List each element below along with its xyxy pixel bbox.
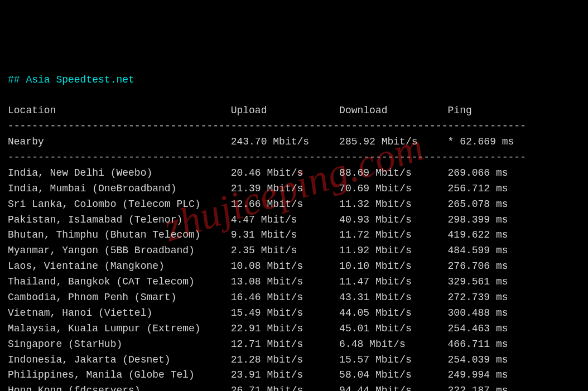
table-row: Malaysia, Kuala Lumpur (Extreme) 22.91 M… [8,323,508,334]
table-row: India, New Delhi (Weebo) 20.46 Mbit/s 88… [8,167,508,178]
table-row: Cambodia, Phnom Penh (Smart) 16.46 Mbit/… [8,292,508,303]
table-row: Myanmar, Yangon (5BB Broadband) 2.35 Mbi… [8,245,508,256]
column-header-row: Location Upload Download Ping [8,105,472,116]
table-row: Philippines, Manila (Globe Tel) 23.91 Mb… [8,369,508,380]
table-row: Singapore (StarHub) 12.71 Mbit/s 6.48 Mb… [8,339,508,350]
nearby-row: Nearby 243.70 Mbit/s 285.92 Mbit/s * 62.… [8,136,514,147]
table-row: Vietnam, Hanoi (Viettel) 15.49 Mbit/s 44… [8,307,508,318]
divider: ----------------------------------------… [8,120,526,132]
table-row: Thailand, Bangkok (CAT Telecom) 13.08 Mb… [8,276,508,287]
section-title: ## Asia Speedtest.net [8,74,134,85]
table-row: Pakistan, Islamabad (Telenor) 4.47 Mbit/… [8,214,508,225]
table-row: Sri Lanka, Colombo (Telecom PLC) 12.66 M… [8,199,508,210]
divider: ----------------------------------------… [8,152,526,163]
table-row: Hong Kong (fdcservers) 26.71 Mbit/s 94.4… [8,385,508,391]
table-row: Bhutan, Thimphu (Bhutan Telecom) 9.31 Mb… [8,229,508,240]
terminal-output: ## Asia Speedtest.net Location Upload Do… [8,73,580,391]
table-row: India, Mumbai (OneBroadband) 21.39 Mbit/… [8,183,508,194]
table-row: Laos, Vientaine (Mangkone) 10.08 Mbit/s … [8,260,508,272]
table-row: Indonesia, Jakarta (Desnet) 21.28 Mbit/s… [8,354,508,365]
